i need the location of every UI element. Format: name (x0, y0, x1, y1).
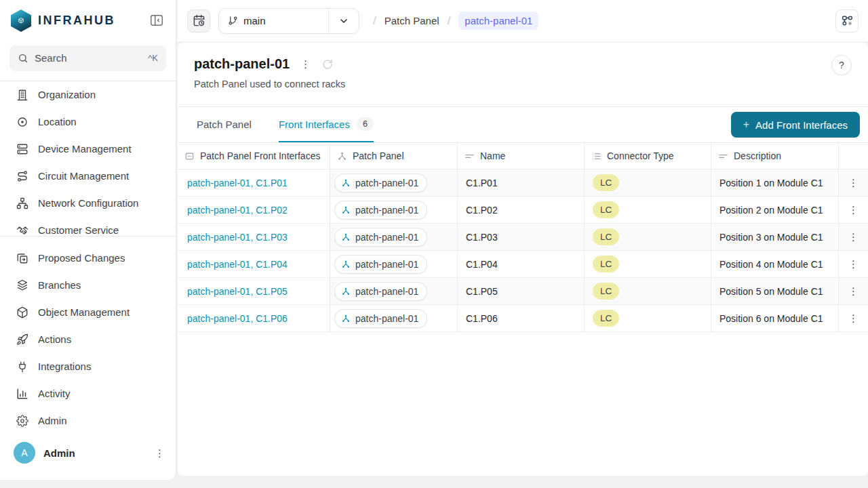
row-actions-button[interactable] (848, 178, 859, 188)
patch-panel-chip[interactable]: patch-panel-01 (334, 282, 427, 301)
branch-selector[interactable]: main (218, 8, 359, 34)
column-header[interactable]: Patch Panel (330, 143, 458, 169)
page-header: patch-panel-01 Patch Panel used to conne… (178, 43, 868, 107)
git-branch-icon (228, 16, 238, 26)
description-cell: Position 3 on Module C1 (711, 224, 839, 250)
user-menu-button[interactable] (155, 448, 165, 458)
patch-panel-chip[interactable]: patch-panel-01 (334, 228, 427, 247)
help-button[interactable]: ? (831, 55, 852, 75)
brand-row: INFRAHUB (0, 0, 176, 39)
gear-icon (16, 415, 28, 427)
relationship-icon (341, 205, 351, 215)
avatar: A (14, 442, 35, 464)
table-row: patch-panel-01, C1.P02 patch-panel-01 C1… (178, 197, 868, 224)
description-cell: Position 5 on Module C1 (711, 278, 839, 304)
row-actions-button[interactable] (848, 259, 859, 269)
schema-graph-button[interactable] (835, 9, 859, 33)
sidebar-item-object-management[interactable]: Object Management (0, 299, 176, 326)
sidebar-item-customer-service[interactable]: Customer Service (0, 217, 176, 236)
map-pin-icon (16, 116, 28, 128)
bar-chart-icon (16, 388, 28, 400)
sidebar-item-actions[interactable]: Actions (0, 326, 176, 353)
column-header[interactable]: Patch Panel Front Interfaces (178, 143, 330, 169)
patch-panel-chip[interactable]: patch-panel-01 (334, 309, 427, 328)
time-travel-button[interactable] (187, 9, 210, 33)
patch-panel-chip[interactable]: patch-panel-01 (334, 174, 427, 192)
interface-link[interactable]: patch-panel-01, C1.P03 (187, 232, 288, 243)
patch-panel-chip-label: patch-panel-01 (355, 205, 418, 216)
connector-type-badge: LC (593, 283, 619, 300)
collapse-sidebar-button[interactable] (149, 13, 165, 29)
divider (0, 236, 176, 237)
relationship-icon (341, 260, 351, 269)
sidebar-item-admin[interactable]: Admin (0, 407, 176, 434)
interface-link[interactable]: patch-panel-01, C1.P02 (187, 205, 288, 216)
connector-type-badge: LC (593, 310, 619, 327)
table-row: patch-panel-01, C1.P05 patch-panel-01 C1… (178, 278, 868, 305)
interface-link[interactable]: patch-panel-01, C1.P06 (187, 313, 288, 324)
tab-patch-panel[interactable]: Patch Panel (197, 107, 252, 142)
refresh-icon (321, 58, 334, 70)
brand-name: INFRAHUB (38, 14, 149, 28)
column-header[interactable]: Description (711, 143, 839, 169)
breadcrumb-current[interactable]: patch-panel-01 (458, 12, 538, 30)
sidebar-item-organization[interactable]: Organization (0, 81, 176, 108)
sidebar-item-integrations[interactable]: Integrations (0, 353, 176, 380)
main-card: patch-panel-01 Patch Panel used to conne… (178, 43, 868, 476)
sidebar-item-branches[interactable]: Branches (0, 272, 176, 299)
sidebar-item-activity[interactable]: Activity (0, 380, 176, 407)
cube-icon (16, 306, 28, 319)
table-row: patch-panel-01, C1.P06 patch-panel-01 C1… (178, 305, 868, 332)
column-header[interactable]: Name (458, 143, 585, 169)
sidebar-item-circuit-management[interactable]: Circuit Management (0, 163, 176, 190)
user-name: Admin (43, 447, 146, 459)
patch-panel-chip[interactable]: patch-panel-01 (334, 255, 427, 274)
breadcrumb-parent[interactable]: Patch Panel (384, 15, 439, 26)
front-interfaces-table: Patch Panel Front Interfaces Patch Panel… (178, 143, 868, 332)
rocket-icon (16, 333, 28, 346)
name-cell: C1.P04 (458, 251, 585, 277)
column-header[interactable]: Connector Type (585, 143, 711, 169)
tabs-row: Patch Panel Front Interfaces 6 + Add Fro… (178, 107, 868, 143)
breadcrumb-separator: / (448, 14, 451, 28)
interface-link[interactable]: patch-panel-01, C1.P01 (187, 178, 288, 188)
network-icon (16, 197, 28, 209)
row-actions-button[interactable] (848, 232, 859, 242)
tabs: Patch Panel Front Interfaces 6 (197, 107, 374, 142)
interface-link[interactable]: patch-panel-01, C1.P05 (187, 286, 288, 297)
calendar-clock-icon (193, 14, 205, 27)
card-icon (184, 151, 195, 161)
description-cell: Position 1 on Module C1 (711, 169, 839, 196)
sidebar-item-network-configuration[interactable]: Network Configuration (0, 190, 176, 217)
sidebar: INFRAHUB Search ^K Organization Location… (0, 0, 176, 480)
connector-type-badge: LC (593, 174, 619, 191)
search-icon (18, 53, 28, 64)
sidebar-item-device-management[interactable]: Device Management (0, 136, 176, 163)
patch-panel-chip-label: patch-panel-01 (355, 178, 418, 188)
add-front-interfaces-button[interactable]: + Add Front Interfaces (731, 112, 860, 138)
app-window: INFRAHUB Search ^K Organization Location… (0, 0, 868, 488)
refresh-button[interactable] (321, 58, 334, 70)
search-input[interactable]: Search ^K (9, 45, 166, 71)
text-icon (465, 151, 475, 161)
row-actions-button[interactable] (848, 313, 859, 323)
object-menu-button[interactable] (300, 59, 311, 69)
patch-panel-chip-label: patch-panel-01 (355, 232, 418, 243)
row-actions-button[interactable] (848, 205, 859, 215)
patch-panel-chip-label: patch-panel-01 (355, 259, 418, 270)
patch-panel-chip[interactable]: patch-panel-01 (334, 201, 427, 220)
topbar: main / Patch Panel / patch-panel-01 (178, 0, 868, 41)
name-cell: C1.P05 (458, 278, 585, 304)
sidebar-item-proposed-changes[interactable]: Proposed Changes (0, 245, 176, 272)
interface-link[interactable]: patch-panel-01, C1.P04 (187, 259, 288, 270)
tab-front-interfaces[interactable]: Front Interfaces 6 (279, 107, 374, 142)
building-icon (16, 89, 28, 101)
name-cell: C1.P06 (458, 305, 585, 331)
handshake-icon (16, 224, 28, 236)
sidebar-item-location[interactable]: Location (0, 108, 176, 136)
row-actions-button[interactable] (848, 286, 859, 296)
relationship-icon (341, 314, 351, 323)
relationship-icon (341, 232, 351, 242)
breadcrumb-separator: / (373, 14, 376, 28)
user-row: A Admin (0, 434, 176, 480)
